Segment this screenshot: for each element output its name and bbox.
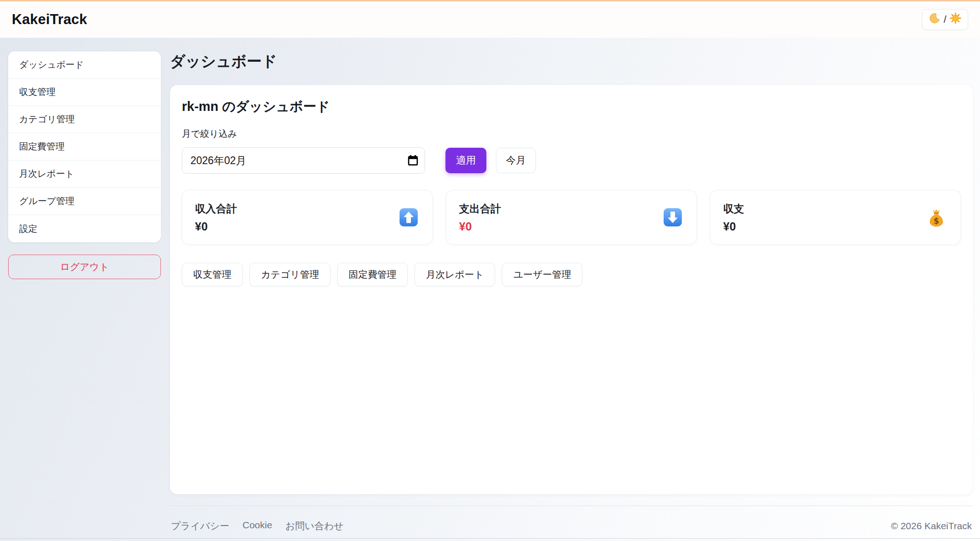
income-total-label: 収入合計 [195,202,237,216]
quick-link-fixed-costs[interactable]: 固定費管理 [337,263,408,286]
sidebar-item-monthly-report[interactable]: 月次レポート [8,160,161,188]
sidebar-item-transactions[interactable]: 収支管理 [8,79,161,106]
balance-value: ¥0 [723,220,744,233]
stat-card-balance: 収支 ¥0 $ [710,190,961,245]
quick-link-monthly-report[interactable]: 月次レポート [415,263,495,286]
quick-links-row: 収支管理 カテゴリ管理 固定費管理 月次レポート ユーザー管理 [182,263,961,286]
footer-link-privacy[interactable]: プライバシー [171,520,229,532]
theme-toggle-separator: / [944,14,946,25]
quick-link-transactions[interactable]: 収支管理 [182,263,243,286]
stat-card-expense: 支出合計 ¥0 [446,190,697,245]
sidebar-item-groups[interactable]: グループ管理 [8,188,161,215]
expense-total-value: ¥0 [459,220,501,233]
sun-icon [950,12,961,27]
footer-link-cookie[interactable]: Cookie [242,520,272,532]
sidebar-item-settings[interactable]: 設定 [8,215,161,242]
month-filter-row: 適用 今月 [182,147,961,174]
footer-links: プライバシー Cookie お問い合わせ [171,520,344,532]
stats-row: 収入合計 ¥0 支出 [182,190,961,245]
theme-toggle-button[interactable]: / [922,9,968,30]
page-layout: ダッシュボード 収支管理 カテゴリ管理 固定費管理 月次レポート グループ管理 … [0,38,980,532]
sidebar-item-dashboard[interactable]: ダッシュボード [8,51,161,79]
down-arrow-icon [663,207,683,227]
stat-card-balance-text: 収支 ¥0 [723,202,744,233]
svg-text:$: $ [934,216,939,225]
stat-card-income: 収入合計 ¥0 [182,190,433,245]
quick-link-categories[interactable]: カテゴリ管理 [250,263,330,286]
footer-link-contact[interactable]: お問い合わせ [285,520,344,532]
sidebar-item-categories[interactable]: カテゴリ管理 [8,106,161,133]
dashboard-card: rk-mn のダッシュボード 月で絞り込み 適用 今月 [170,85,973,494]
balance-label: 収支 [723,202,744,216]
logout-button[interactable]: ログアウト [8,255,161,279]
footer-copyright: © 2026 KakeiTrack [891,521,972,531]
bottom-edge-line [0,538,980,539]
main-content: ダッシュボード rk-mn のダッシュボード 月で絞り込み [170,51,973,532]
sidebar-nav: ダッシュボード 収支管理 カテゴリ管理 固定費管理 月次レポート グループ管理 … [8,51,161,242]
sidebar-item-fixed-costs[interactable]: 固定費管理 [8,133,161,160]
month-input-wrapper [182,147,425,174]
dashboard-card-title: rk-mn のダッシュボード [182,98,961,116]
stat-card-expense-text: 支出合計 ¥0 [459,202,501,233]
stat-card-income-text: 収入合計 ¥0 [195,202,237,233]
calendar-icon[interactable] [407,155,419,167]
crescent-moon-icon [929,12,940,27]
sidebar: ダッシュボード 収支管理 カテゴリ管理 固定費管理 月次レポート グループ管理 … [8,51,161,279]
expense-total-label: 支出合計 [459,202,501,216]
apply-button[interactable]: 適用 [445,148,486,173]
app-header: KakeiTrack / [0,1,980,38]
up-arrow-icon [399,207,419,227]
page-title: ダッシュボード [170,51,973,72]
income-total-value: ¥0 [195,220,237,233]
month-filter-label: 月で絞り込み [182,128,961,140]
month-input[interactable] [182,147,425,174]
app-logo: KakeiTrack [12,11,87,28]
money-bag-icon: $ [926,207,947,228]
this-month-button[interactable]: 今月 [496,148,536,173]
quick-link-user-management[interactable]: ユーザー管理 [502,263,582,286]
page-footer: プライバシー Cookie お問い合わせ © 2026 KakeiTrack [170,506,973,532]
